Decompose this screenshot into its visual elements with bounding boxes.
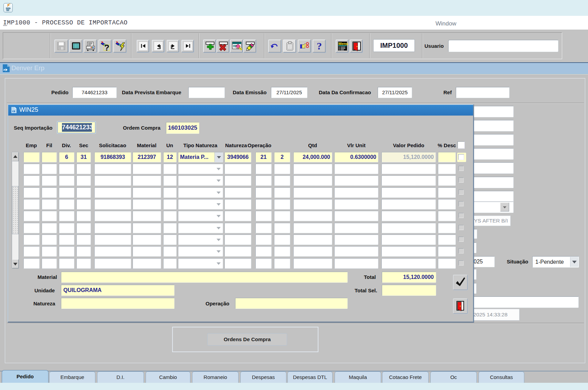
- svg-text:?: ?: [104, 43, 109, 52]
- svg-text:?: ?: [317, 40, 322, 52]
- svg-text:Menu: Menu: [338, 42, 348, 46]
